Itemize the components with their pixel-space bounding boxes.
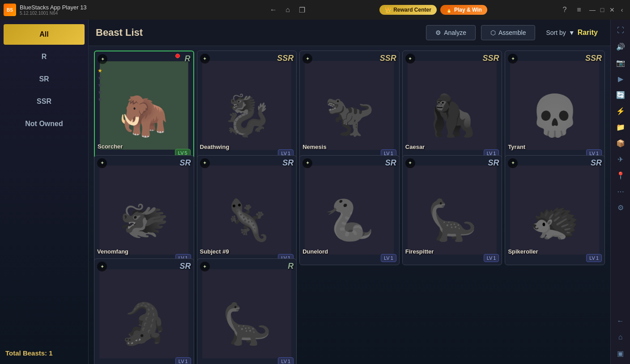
close-btn[interactable]: ✕ <box>608 5 617 14</box>
beast-card-1[interactable]: 🦣 ✦★★★★★RScorcherLV5 <box>94 51 194 161</box>
svg-text:🦕: 🦕 <box>427 196 477 244</box>
reward-icon: 👑 <box>385 7 392 13</box>
rs-location-icon[interactable]: 📍 <box>613 168 628 182</box>
beast-type-icon-2: ✦ <box>200 54 210 63</box>
svg-text:🐍: 🐍 <box>324 196 375 244</box>
beast-type-icon-12: ✦ <box>200 262 210 271</box>
nav-windows-btn[interactable]: ❐ <box>297 4 307 15</box>
play-win-btn[interactable]: 🔥 Play & Win <box>440 5 487 15</box>
rarity-badge-9: SR <box>488 158 499 168</box>
content-header: Beast List ⚙ Analyze ⬡ Assemble Sort by … <box>89 20 610 46</box>
beast-type-icon-10: ✦ <box>508 158 518 168</box>
beast-card-8[interactable]: 🐍 ✦SRDunelordLV1 <box>299 155 400 265</box>
nav-home-btn[interactable]: ⌂ <box>282 4 293 15</box>
rs-folder-icon[interactable]: 📁 <box>613 120 628 134</box>
app-logo: BS <box>4 4 16 16</box>
beast-name-3: Nemesis <box>302 144 326 150</box>
beast-name-10: Spikeroller <box>508 248 538 255</box>
svg-text:🐲: 🐲 <box>119 196 169 244</box>
rs-fullscreen-icon[interactable]: ⛶ <box>613 23 628 38</box>
sidebar-item-not-owned[interactable]: Not Owned <box>4 114 85 134</box>
beast-name-1: Scorcher <box>98 143 123 150</box>
rs-volume-icon[interactable]: 🔊 <box>613 39 628 54</box>
beast-card-7[interactable]: 🦎 ✦SRSubject #9LV1 <box>197 155 297 265</box>
notification-dot-1 <box>175 54 180 58</box>
rs-package-icon[interactable]: 📦 <box>613 136 628 150</box>
page-title: Beast List <box>96 27 421 38</box>
beast-visual-11: 🐊 <box>94 259 194 364</box>
rs-more-icon[interactable]: ⋯ <box>613 184 628 199</box>
star-2: ★ <box>98 75 102 81</box>
sort-chevron-icon: ▼ <box>569 29 575 36</box>
rs-settings-icon[interactable]: ⚙ <box>613 200 628 215</box>
menu-btn[interactable]: ≡ <box>574 4 584 15</box>
rarity-badge-1: R <box>185 54 191 63</box>
rs-home-icon[interactable]: ⌂ <box>613 330 628 344</box>
rs-video-icon[interactable]: 📷 <box>613 55 628 70</box>
sidebar-item-r[interactable]: R <box>4 47 85 67</box>
rarity-badge-12: R <box>288 262 294 271</box>
rarity-badge-10: SR <box>591 158 602 168</box>
beast-card-5[interactable]: 💀 ✦SSRTyrantLV1 <box>505 51 605 161</box>
rarity-badge-5: SSR <box>585 54 602 63</box>
back-btn[interactable]: ‹ <box>617 5 626 14</box>
beast-type-icon-9: ✦ <box>405 158 415 168</box>
rs-play-icon[interactable]: ▶ <box>613 72 628 86</box>
window-controls: — □ ✕ ‹ <box>588 5 626 14</box>
rarity-badge-7: SR <box>282 158 294 168</box>
beast-card-9[interactable]: 🦕 ✦SRFirespitterLV1 <box>402 155 502 265</box>
beast-type-icon-1: ✦ <box>98 54 107 64</box>
rs-airplane-icon[interactable]: ✈ <box>613 152 628 166</box>
maximize-btn[interactable]: □ <box>598 5 607 14</box>
playnwin-icon: 🔥 <box>446 7 452 13</box>
beast-visual-12: 🦕 <box>197 259 297 364</box>
stars-row-1: ★★★★★ <box>98 68 102 102</box>
sidebar: All R SR SSR Not Owned Total Beasts: 1 <box>0 20 89 364</box>
rarity-badge-11: SR <box>180 262 191 271</box>
level-badge-10: LV1 <box>586 254 602 262</box>
star-1: ★ <box>98 68 102 74</box>
beast-card-10[interactable]: 🦔 ✦SRSpikerollerLV1 <box>505 155 605 265</box>
rs-rotate-icon[interactable]: 🔄 <box>613 88 628 102</box>
beast-name-2: Deathwing <box>200 144 230 150</box>
sidebar-item-ssr[interactable]: SSR <box>4 91 85 112</box>
title-bar-center: 👑 Reward Center 🔥 Play & Win <box>311 5 556 15</box>
minimize-btn[interactable]: — <box>588 5 597 14</box>
title-bar: BS BlueStacks App Player 13 5.12.102.100… <box>0 0 630 20</box>
main-area: All R SR SSR Not Owned Total Beasts: 1 B… <box>0 20 630 364</box>
sidebar-item-sr[interactable]: SR <box>4 69 85 89</box>
beast-card-3[interactable]: 🦖 ✦SSRNemesisLV1 <box>299 51 400 161</box>
nav-back-btn[interactable]: ← <box>268 4 279 15</box>
rs-back-icon[interactable]: ← <box>613 314 628 328</box>
reward-center-btn[interactable]: 👑 Reward Center <box>379 5 437 15</box>
beast-card-4[interactable]: 🦍 ✦SSRCaesarLV1 <box>402 51 502 161</box>
app-info: BlueStacks App Player 13 5.12.102.1001 N… <box>20 4 264 16</box>
svg-text:🦕: 🦕 <box>221 300 272 348</box>
rs-recent-icon[interactable]: ▣ <box>613 346 628 360</box>
help-btn[interactable]: ? <box>559 4 570 15</box>
beast-card-11[interactable]: 🐊 ✦SRLV1 <box>94 258 194 364</box>
app-version: 5.12.102.1001 N64 <box>20 11 264 16</box>
assemble-icon: ⬡ <box>490 29 496 36</box>
rarity-badge-2: SSR <box>277 54 294 63</box>
rarity-badge-4: SSR <box>482 54 499 63</box>
sort-by-btn[interactable]: Sort by ▼ Rarity <box>541 25 603 40</box>
beast-name-4: Caesar <box>405 144 425 150</box>
beast-grid: 🦣 ✦★★★★★RScorcherLV5 🐉 ✦SSRDeathwingLV1 … <box>89 46 610 364</box>
beast-card-2[interactable]: 🐉 ✦SSRDeathwingLV1 <box>197 51 297 161</box>
beast-card-12[interactable]: 🦕 ✦RLV1 <box>197 258 297 364</box>
analyze-btn[interactable]: ⚙ Analyze <box>426 25 476 40</box>
svg-text:💀: 💀 <box>530 92 580 140</box>
rarity-badge-6: SR <box>180 158 191 168</box>
level-badge-8: LV1 <box>381 254 396 262</box>
sidebar-item-all[interactable]: All <box>4 24 85 45</box>
assemble-btn[interactable]: ⬡ Assemble <box>481 25 535 40</box>
svg-text:🦣: 🦣 <box>119 92 169 140</box>
beast-name-5: Tyrant <box>508 144 525 150</box>
level-badge-9: LV1 <box>484 254 499 262</box>
beast-card-6[interactable]: 🐲 ✦SRVenomfangLV1 <box>94 155 194 265</box>
svg-text:🐉: 🐉 <box>221 92 272 140</box>
beast-type-icon-4: ✦ <box>405 54 415 63</box>
beast-name-7: Subject #9 <box>200 248 229 255</box>
rs-flash-icon[interactable]: ⚡ <box>613 104 628 118</box>
